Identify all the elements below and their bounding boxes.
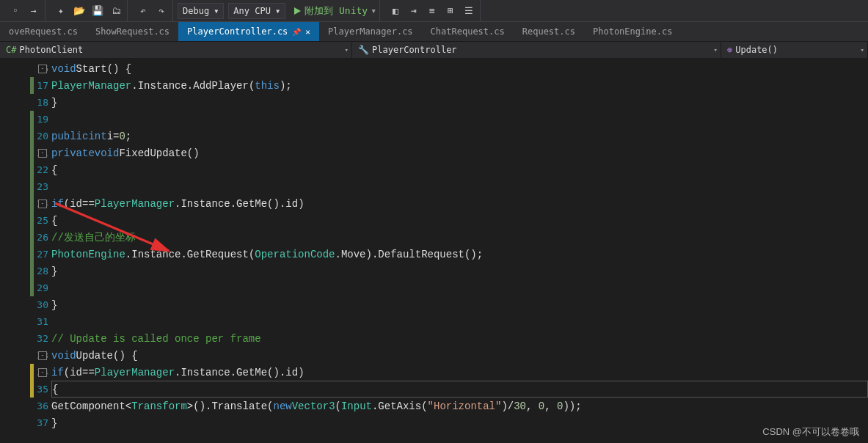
code-line[interactable]: } (51, 414, 868, 431)
code-line[interactable]: //发送自己的坐标 (51, 229, 868, 246)
tab-PhotonEngine-cs[interactable]: PhotonEngine.cs (584, 22, 681, 41)
config-dropdown[interactable]: Debug▾ (178, 3, 224, 19)
nav-class-label: PlayerController (372, 45, 457, 55)
code-line[interactable]: } (51, 296, 868, 313)
code-line[interactable] (51, 178, 868, 195)
close-icon[interactable]: ✕ (305, 27, 310, 37)
fold-toggle[interactable]: - (38, 149, 47, 158)
code-line[interactable]: // Update is called once per frame (51, 330, 868, 347)
nav-back-button[interactable]: ◦ (7, 3, 23, 19)
code-line[interactable]: { (51, 381, 868, 398)
save-all-button[interactable]: 🗂 (108, 3, 124, 19)
gutter-line: 26 (0, 229, 51, 246)
gutter-line: 16- (0, 60, 51, 77)
gutter-line: 20 (0, 128, 51, 144)
gutter-line: 25 (0, 212, 51, 229)
nav-project[interactable]: C# PhotonClient ▾ (0, 42, 352, 58)
code-line[interactable] (51, 313, 868, 330)
code-line[interactable]: void Update () { (51, 347, 868, 364)
gutter: 16-1718192021-222324-252627282930313233-… (0, 59, 51, 443)
platform-label: Any CPU (233, 6, 271, 16)
gutter-line: 17 (0, 77, 51, 94)
gutter-line: 30 (0, 296, 51, 313)
tab-ChatRequest-cs[interactable]: ChatRequest.cs (422, 22, 514, 41)
code-line[interactable]: PlayerManager.Instance.AddPlayer(this); (51, 77, 868, 94)
tool-icon[interactable]: ☰ (461, 3, 477, 19)
code-editor[interactable]: 16-1718192021-222324-252627282930313233-… (0, 59, 868, 443)
open-button[interactable]: 📂 (71, 3, 87, 19)
gutter-line: 19 (0, 111, 51, 128)
tab-oveRequest-cs[interactable]: oveRequest.cs (0, 22, 87, 41)
tool-icon[interactable]: ⊞ (442, 3, 459, 19)
method-icon: ⊚ (727, 45, 732, 55)
gutter-line: 37 (0, 414, 51, 431)
tab-PlayerController-cs[interactable]: PlayerController.cs📌✕ (178, 22, 319, 41)
nav-class[interactable]: 🔧 PlayerController ▾ (352, 42, 721, 58)
gutter-line: 23 (0, 178, 51, 195)
gutter-line: 31 (0, 313, 51, 330)
nav-member-label: Update() (735, 45, 778, 55)
save-button[interactable]: 💾 (90, 3, 106, 19)
fold-toggle[interactable]: - (38, 65, 47, 73)
tab-PlayerManager-cs[interactable]: PlayerManager.cs (319, 22, 422, 41)
code-line[interactable] (51, 279, 868, 296)
nav-fwd-button[interactable]: → (26, 3, 42, 19)
gutter-line: 18 (0, 94, 51, 111)
tool-icon[interactable]: ≡ (424, 3, 440, 19)
tool-icon[interactable]: ⇥ (406, 3, 422, 19)
undo-button[interactable]: ↶ (135, 3, 151, 19)
gutter-line: 34- (0, 364, 51, 381)
code-line[interactable]: PhotonEngine.Instance.GetRequest(Operati… (51, 246, 868, 263)
fold-toggle[interactable]: - (38, 199, 47, 208)
code-line[interactable]: if (id == PlayerManager.Instance.GetMe()… (51, 195, 868, 212)
code-line[interactable]: { (51, 212, 868, 229)
pin-icon[interactable]: 📌 (292, 28, 301, 36)
gutter-line: 22 (0, 161, 51, 178)
gutter-line: 24- (0, 195, 51, 212)
code-area[interactable]: void Start () { PlayerManager.Instance.A… (51, 59, 868, 443)
code-line[interactable]: { (51, 161, 868, 178)
attach-label: 附加到 Unity (304, 4, 368, 18)
tab-ShowRequest-cs[interactable]: ShowRequest.cs (87, 22, 178, 41)
code-line[interactable]: public int i = 0; (51, 128, 868, 144)
code-line[interactable]: GetComponent<Transform>().Translate(new … (51, 398, 868, 414)
code-line[interactable]: if (id == PlayerManager.Instance.GetMe()… (51, 364, 868, 381)
code-line[interactable]: private void FixedUpdate() (51, 144, 868, 161)
fold-toggle[interactable]: - (38, 351, 47, 360)
redo-button[interactable]: ↷ (153, 3, 169, 19)
code-line[interactable]: } (51, 94, 868, 111)
gutter-line: 29 (0, 279, 51, 296)
fold-toggle[interactable]: - (38, 368, 47, 377)
config-label: Debug (183, 6, 209, 16)
toolbar: ◦ → ✦ 📂 💾 🗂 ↶ ↷ Debug▾ Any CPU▾ 附加到 Unit… (0, 0, 868, 22)
csharp-icon: C# (6, 45, 16, 55)
new-file-button[interactable]: ✦ (53, 3, 69, 19)
nav-bar: C# PhotonClient ▾ 🔧 PlayerController ▾ ⊚… (0, 41, 868, 59)
nav-member[interactable]: ⊚ Update() ▾ (721, 42, 868, 58)
class-icon: 🔧 (358, 45, 369, 55)
gutter-line: 35 (0, 381, 51, 398)
gutter-line: 33- (0, 347, 51, 364)
gutter-line: 28 (0, 263, 51, 279)
tab-Request-cs[interactable]: Request.cs (514, 22, 584, 41)
gutter-line: 32 (0, 330, 51, 347)
code-line[interactable] (51, 111, 868, 128)
code-line[interactable]: void Start () { (51, 60, 868, 77)
gutter-line: 21- (0, 144, 51, 161)
tool-icon[interactable]: ◧ (387, 3, 404, 19)
tab-bar: oveRequest.csShowRequest.csPlayerControl… (0, 22, 868, 41)
gutter-line: 36 (0, 398, 51, 414)
code-line[interactable]: } (51, 263, 868, 279)
gutter-line: 27 (0, 246, 51, 263)
nav-project-label: PhotonClient (19, 45, 83, 55)
platform-dropdown[interactable]: Any CPU▾ (228, 3, 285, 19)
attach-unity-button[interactable]: 附加到 Unity▾ (293, 4, 376, 18)
